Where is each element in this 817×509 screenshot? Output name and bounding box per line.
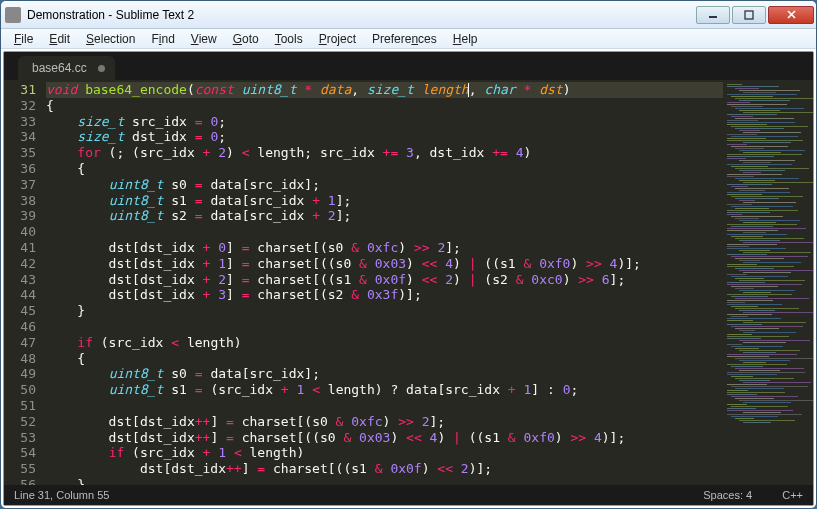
minimap-line	[743, 402, 791, 403]
status-position[interactable]: Line 31, Column 55	[14, 489, 109, 501]
line-gutter[interactable]: 3132333435363738394041424344454647484950…	[4, 80, 42, 485]
code-line[interactable]: uint8_t s1 = data[src_idx + 1];	[46, 193, 723, 209]
code-line[interactable]: dst[dst_idx + 2] = charset[((s1 & 0x0f) …	[46, 272, 723, 288]
minimap-line	[739, 350, 800, 351]
line-number[interactable]: 54	[4, 445, 36, 461]
minimap-line	[743, 92, 776, 93]
minimap-line	[727, 248, 786, 249]
minimap-line	[727, 144, 747, 145]
line-number[interactable]: 50	[4, 382, 36, 398]
code-line[interactable]: void base64_encode(const uint8_t * data,…	[46, 82, 723, 98]
code-line[interactable]: dst[dst_idx + 3] = charset[(s2 & 0x3f)];	[46, 287, 723, 303]
menu-preferences[interactable]: Preferences	[365, 31, 444, 47]
code-line[interactable]: uint8_t s2 = data[src_idx + 2];	[46, 208, 723, 224]
minimap-line	[739, 190, 765, 191]
code-line[interactable]: {	[46, 98, 723, 114]
minimap-line	[727, 86, 779, 87]
menu-goto[interactable]: Goto	[226, 31, 266, 47]
line-number[interactable]: 56	[4, 477, 36, 485]
minimap-line	[727, 138, 766, 139]
line-number[interactable]: 32	[4, 98, 36, 114]
line-number[interactable]: 37	[4, 177, 36, 193]
menu-selection[interactable]: Selection	[79, 31, 142, 47]
line-number[interactable]: 44	[4, 287, 36, 303]
minimap-line	[727, 158, 746, 159]
code-line[interactable]: dst[dst_idx + 1] = charset[((s0 & 0x03) …	[46, 256, 723, 272]
menu-edit[interactable]: Edit	[42, 31, 77, 47]
code-line[interactable]: uint8_t s0 = data[src_idx];	[46, 177, 723, 193]
minimap-line	[727, 314, 772, 315]
code-line[interactable]: uint8_t s1 = (src_idx + 1 < length) ? da…	[46, 382, 723, 398]
code-line[interactable]: size_t dst_idx = 0;	[46, 129, 723, 145]
minimap-line	[727, 344, 742, 345]
code-line[interactable]: dst[dst_idx + 0] = charset[(s0 & 0xfc) >…	[46, 240, 723, 256]
code-line[interactable]: size_t src_idx = 0;	[46, 114, 723, 130]
line-number[interactable]: 42	[4, 256, 36, 272]
code-line[interactable]	[46, 319, 723, 335]
titlebar[interactable]: Demonstration - Sublime Text 2	[1, 1, 816, 29]
code-line[interactable]: {	[46, 351, 723, 367]
minimap-line	[739, 110, 780, 111]
status-spaces[interactable]: Spaces: 4	[703, 489, 752, 501]
line-number[interactable]: 43	[4, 272, 36, 288]
minimap-line	[731, 276, 788, 277]
line-number[interactable]: 36	[4, 161, 36, 177]
line-number[interactable]: 47	[4, 335, 36, 351]
line-number[interactable]: 45	[4, 303, 36, 319]
close-button[interactable]	[768, 6, 814, 24]
line-number[interactable]: 34	[4, 129, 36, 145]
line-number[interactable]: 49	[4, 366, 36, 382]
line-number[interactable]: 46	[4, 319, 36, 335]
minimap-line	[735, 358, 813, 359]
minimap-line	[735, 348, 759, 349]
menu-find[interactable]: Find	[144, 31, 181, 47]
minimap-line	[727, 274, 747, 275]
code-line[interactable]	[46, 224, 723, 240]
code-line[interactable]: if (src_idx < length)	[46, 335, 723, 351]
line-number[interactable]: 39	[4, 208, 36, 224]
code-line[interactable]: dst[dst_idx++] = charset[((s0 & 0x03) <<…	[46, 430, 723, 446]
minimap-line	[731, 146, 788, 147]
minimap-line	[731, 166, 768, 167]
minimize-button[interactable]	[696, 6, 730, 24]
minimap[interactable]	[723, 80, 813, 485]
minimap-line	[727, 336, 789, 337]
minimap-line	[727, 210, 798, 211]
code-area[interactable]: void base64_encode(const uint8_t * data,…	[42, 80, 723, 485]
code-line[interactable]: }	[46, 477, 723, 485]
code-line[interactable]: dst[dst_idx++] = charset[(s0 & 0xfc) >> …	[46, 414, 723, 430]
minimap-line	[739, 250, 770, 251]
line-number[interactable]: 33	[4, 114, 36, 130]
menu-help[interactable]: Help	[446, 31, 485, 47]
tab-file[interactable]: base64.cc	[18, 56, 115, 80]
code-line[interactable]: for (; (src_idx + 2) < length; src_idx +…	[46, 145, 723, 161]
status-language[interactable]: C++	[782, 489, 803, 501]
line-number[interactable]: 51	[4, 398, 36, 414]
line-number[interactable]: 41	[4, 240, 36, 256]
line-number[interactable]: 38	[4, 193, 36, 209]
menu-tools[interactable]: Tools	[268, 31, 310, 47]
menu-view[interactable]: View	[184, 31, 224, 47]
line-number[interactable]: 48	[4, 351, 36, 367]
code-line[interactable]: uint8_t s0 = data[src_idx];	[46, 366, 723, 382]
code-line[interactable]: {	[46, 161, 723, 177]
menu-project[interactable]: Project	[312, 31, 363, 47]
line-number[interactable]: 35	[4, 145, 36, 161]
line-number[interactable]: 31	[4, 82, 36, 98]
maximize-button[interactable]	[732, 6, 766, 24]
code-line[interactable]	[46, 398, 723, 414]
menu-file[interactable]: File	[7, 31, 40, 47]
code-line[interactable]: dst[dst_idx++] = charset[((s1 & 0x0f) <<…	[46, 461, 723, 477]
code-line[interactable]: }	[46, 303, 723, 319]
minimap-line	[727, 324, 762, 325]
code-line[interactable]: if (src_idx + 1 < length)	[46, 445, 723, 461]
line-number[interactable]: 40	[4, 224, 36, 240]
line-number[interactable]: 53	[4, 430, 36, 446]
minimap-line	[727, 384, 767, 385]
line-number[interactable]: 52	[4, 414, 36, 430]
minimap-line	[743, 162, 771, 163]
line-number[interactable]: 55	[4, 461, 36, 477]
minimap-line	[731, 306, 758, 307]
minimap-line	[735, 118, 794, 119]
minimap-line	[731, 316, 748, 317]
